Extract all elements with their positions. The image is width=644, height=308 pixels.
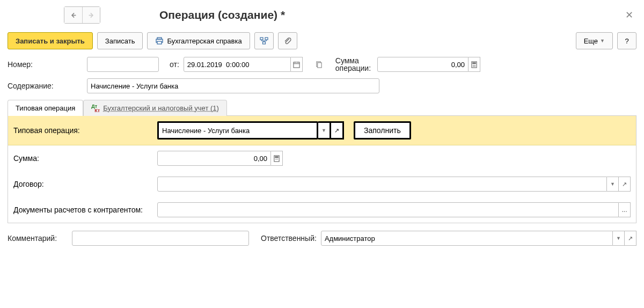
sum-combo: [157, 151, 283, 166]
structure-button[interactable]: [254, 32, 274, 49]
contract-dropdown-button[interactable]: ▼: [607, 177, 619, 192]
settlement-docs-combo: ...: [157, 202, 631, 217]
contract-combo: ▼ ↗: [157, 177, 631, 192]
calculator-icon: [273, 155, 280, 162]
row-content: Содержание:: [8, 78, 636, 93]
label-sum-op: Суммаоперации:: [335, 57, 371, 72]
svg-rect-13: [317, 62, 321, 67]
chevron-down-icon: ▼: [600, 38, 605, 43]
dt-kt-icon: ДтКт: [91, 104, 100, 113]
settlement-docs-row: Документы расчетов с контрагентом: ...: [8, 197, 636, 223]
calendar-icon: [293, 61, 300, 68]
svg-point-16: [473, 64, 473, 65]
svg-rect-8: [294, 62, 299, 67]
tab-accounting-label: Бухгалтерский и налоговый учет (1): [103, 104, 219, 112]
document-icon[interactable]: [316, 61, 323, 68]
chevron-down-icon: ▼: [610, 181, 615, 187]
toolbar: Записать и закрыть Записать Бухгалтерска…: [8, 32, 636, 49]
printer-icon: [155, 36, 164, 45]
paperclip-icon: [283, 36, 292, 45]
svg-point-24: [275, 158, 276, 159]
calculator-icon: [471, 61, 478, 68]
more-label: Еще: [584, 37, 598, 45]
label-contract: Договор:: [13, 180, 153, 188]
comment-input[interactable]: [72, 231, 249, 246]
settlement-docs-more-button[interactable]: ...: [619, 202, 631, 217]
ellipsis-icon: ...: [621, 206, 627, 214]
responsible-input[interactable]: [321, 231, 613, 246]
tab-typical-operation[interactable]: Типовая операция: [8, 100, 83, 116]
label-settlement-docs: Документы расчетов с контрагентом:: [13, 206, 153, 214]
close-icon[interactable]: ✕: [622, 9, 636, 21]
chevron-down-icon: ▼: [616, 236, 621, 241]
contract-input[interactable]: [157, 177, 607, 192]
tab-strip: Типовая операция ДтКт Бухгалтерский и на…: [8, 100, 636, 116]
row-number-date: Номер: от: Суммаоперации:: [8, 57, 636, 72]
structure-icon: [260, 36, 268, 45]
typical-op-open-button[interactable]: ↗: [331, 121, 344, 140]
svg-rect-23: [275, 156, 279, 158]
responsible-combo: ▼ ↗: [321, 231, 636, 246]
open-icon: ↗: [334, 127, 339, 134]
open-icon: ↗: [628, 235, 633, 242]
print-label: Бухгалтерская справка: [167, 37, 241, 45]
sum-op-input[interactable]: [377, 57, 469, 72]
svg-point-26: [277, 158, 278, 159]
svg-rect-7: [262, 42, 265, 44]
svg-rect-5: [260, 38, 263, 40]
date-combo: [184, 57, 303, 72]
svg-point-21: [475, 66, 475, 67]
date-input[interactable]: [184, 57, 291, 72]
responsible-dropdown-button[interactable]: ▼: [613, 231, 625, 246]
bottom-row: Комментарий: Ответственный: ▼ ↗: [8, 231, 636, 246]
sum-input[interactable]: [157, 151, 271, 166]
page-title: Операция (создание) *: [159, 9, 285, 21]
tab-body: Типовая операция: ▼ ↗ Заполнить Сумма: Д…: [8, 116, 636, 223]
svg-rect-15: [472, 62, 476, 64]
svg-rect-3: [157, 38, 162, 39]
typical-op-input[interactable]: [157, 121, 318, 140]
more-button[interactable]: Еще ▼: [576, 32, 613, 49]
label-from: от:: [170, 60, 179, 69]
contract-open-button[interactable]: ↗: [619, 177, 631, 192]
label-comment: Комментарий:: [8, 234, 68, 243]
open-icon: ↗: [622, 181, 627, 188]
typical-operation-row: Типовая операция: ▼ ↗ Заполнить: [8, 116, 636, 145]
save-close-button[interactable]: Записать и закрыть: [8, 32, 93, 49]
responsible-open-button[interactable]: ↗: [625, 231, 636, 246]
chevron-down-icon: ▼: [321, 128, 326, 133]
sum-row: Сумма:: [8, 145, 636, 171]
help-button[interactable]: ?: [617, 32, 636, 49]
attachment-button[interactable]: [278, 32, 297, 49]
sum-op-calc-button[interactable]: [469, 57, 480, 72]
tab-accounting[interactable]: ДтКт Бухгалтерский и налоговый учет (1): [83, 100, 227, 116]
label-typical-operation: Типовая операция:: [13, 126, 153, 135]
svg-rect-4: [157, 41, 162, 44]
typical-op-combo: ▼ ↗: [157, 121, 344, 140]
typical-op-dropdown-button[interactable]: ▼: [318, 121, 331, 140]
header-row: Операция (создание) * ✕: [8, 6, 636, 24]
save-button[interactable]: Записать: [97, 32, 143, 49]
calendar-button[interactable]: [291, 57, 303, 72]
label-sum: Сумма:: [13, 154, 153, 163]
fill-button[interactable]: Заполнить: [354, 121, 411, 140]
label-responsible: Ответственный:: [261, 234, 317, 243]
svg-point-17: [474, 64, 474, 65]
settlement-docs-input[interactable]: [157, 202, 619, 217]
content-input[interactable]: [87, 78, 379, 93]
svg-point-20: [474, 66, 474, 67]
svg-point-25: [276, 158, 277, 159]
nav-back-button[interactable]: [64, 7, 82, 23]
nav-forward-button[interactable]: [82, 7, 100, 23]
svg-point-18: [475, 64, 475, 65]
svg-point-19: [473, 66, 473, 67]
sum-op-combo: [377, 57, 480, 72]
sum-calc-button[interactable]: [271, 151, 283, 166]
svg-rect-6: [265, 38, 268, 40]
contract-row: Договор: ▼ ↗: [8, 171, 636, 197]
number-input[interactable]: [87, 57, 159, 72]
nav-buttons: [64, 6, 100, 24]
label-number: Номер:: [8, 60, 83, 69]
label-content: Содержание:: [8, 82, 83, 90]
print-button[interactable]: Бухгалтерская справка: [147, 32, 250, 49]
